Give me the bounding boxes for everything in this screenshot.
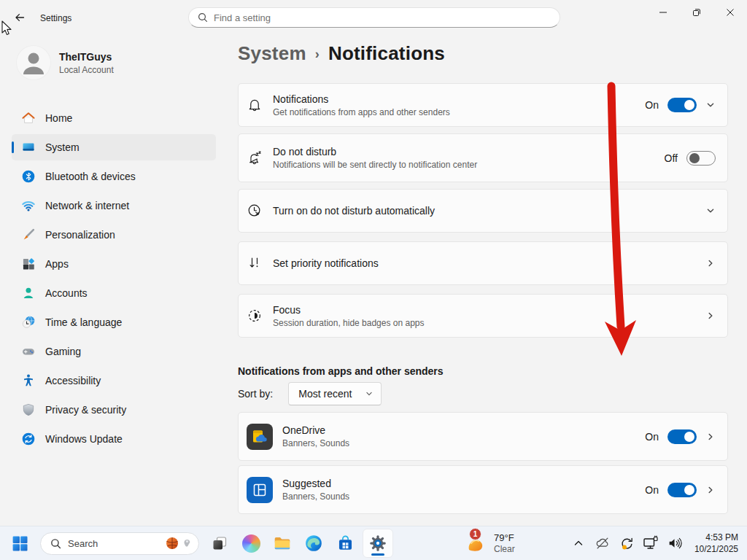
restore-button[interactable]: [680, 0, 713, 25]
task-view-button[interactable]: [206, 529, 233, 557]
file-explorer-icon: [273, 534, 292, 553]
network-tray-button[interactable]: [642, 534, 659, 552]
card-subtitle: Session duration, hide badges on apps: [273, 318, 425, 328]
breadcrumb-parent[interactable]: System: [238, 42, 306, 65]
sidebar-item-label: Windows Update: [45, 433, 123, 445]
accounts-icon: [20, 285, 36, 301]
sidebar-item-accounts[interactable]: Accounts: [12, 280, 216, 306]
app-subtitle: Banners, Sounds: [282, 491, 349, 502]
weather-temperature: 79°F: [494, 532, 515, 543]
toggle-state-label: On: [645, 431, 659, 443]
priority-icon: [246, 254, 263, 272]
settings-search-box[interactable]: [188, 7, 560, 28]
search-icon: [50, 538, 61, 549]
sidebar-item-time-language[interactable]: Time & language: [12, 309, 216, 335]
person-icon: [16, 45, 51, 80]
restore-icon: [692, 8, 701, 17]
sidebar-item-gaming[interactable]: Gaming: [12, 338, 216, 365]
app-row-suggested[interactable]: Suggested Banners, Sounds On: [238, 465, 728, 514]
card-subtitle: Notifications will be sent directly to n…: [273, 160, 477, 170]
card-focus[interactable]: Focus Session duration, hide badges on a…: [238, 294, 728, 338]
update-pending-tray-button[interactable]: [618, 534, 635, 552]
wifi-icon: [20, 198, 36, 214]
sidebar-item-label: Personalization: [45, 229, 115, 241]
sidebar-item-label: System: [45, 141, 80, 153]
card-title: Focus: [273, 304, 425, 316]
notification-count-badge: 1: [469, 528, 481, 540]
settings-app-button-active[interactable]: [363, 529, 393, 558]
weather-widget[interactable]: 1 79°F Clear: [459, 526, 521, 560]
taskbar-search-box[interactable]: Search: [40, 532, 199, 555]
suggested-toggle[interactable]: [667, 483, 697, 497]
card-notifications[interactable]: Notifications Get notifications from app…: [238, 83, 728, 127]
chevron-up-icon: [573, 537, 584, 549]
chevron-down-icon[interactable]: [705, 206, 716, 216]
shield-icon: [20, 402, 36, 418]
breadcrumb: System › Notifications: [238, 42, 728, 65]
sort-row: Sort by: Most recent: [238, 382, 728, 405]
sidebar-item-accessibility[interactable]: Accessibility: [12, 368, 216, 394]
gear-icon: [368, 534, 387, 553]
back-arrow-icon: [14, 12, 26, 23]
app-row-onedrive[interactable]: OneDrive Banners, Sounds On: [238, 412, 728, 461]
copilot-icon: [242, 534, 260, 553]
avatar: [16, 45, 51, 80]
chevron-right-icon[interactable]: [705, 432, 716, 442]
windows-logo-icon: [11, 534, 29, 553]
minimize-button[interactable]: [646, 0, 680, 25]
clock-date: 10/21/2025: [694, 543, 738, 555]
task-view-icon: [211, 534, 228, 552]
user-account: TheITGuys Local Account: [16, 45, 114, 80]
sidebar-item-label: Network & internet: [45, 200, 129, 211]
main-content: System › Notifications Notifications Get…: [238, 35, 728, 526]
chevron-right-icon[interactable]: [705, 258, 716, 268]
sidebar-item-windows-update[interactable]: Windows Update: [12, 426, 216, 452]
card-title: Turn on do not disturb automatically: [273, 205, 435, 217]
sync-icon: [619, 535, 635, 551]
show-hidden-icons-button[interactable]: [570, 534, 587, 552]
clock-auto-icon: [246, 202, 263, 219]
edge-button[interactable]: [300, 529, 328, 557]
app-name: Suggested: [282, 478, 349, 489]
onedrive-toggle[interactable]: [667, 429, 697, 444]
paintbrush-icon: [20, 227, 36, 243]
apps-icon: [20, 256, 36, 272]
gamepad-icon: [20, 343, 36, 359]
notifications-toggle[interactable]: [667, 98, 697, 112]
titlebar: Settings: [0, 0, 747, 35]
card-dnd-automatic[interactable]: Turn on do not disturb automatically: [238, 189, 728, 233]
chevron-right-icon[interactable]: [705, 311, 716, 321]
sidebar-item-network-internet[interactable]: Network & internet: [12, 192, 216, 219]
apps-section-header: Notifications from apps and other sender…: [238, 365, 728, 377]
speaker-icon: [667, 535, 683, 551]
close-button[interactable]: [713, 0, 747, 25]
taskbar-clock[interactable]: 4:53 PM 10/21/2025: [690, 532, 743, 555]
start-button[interactable]: [6, 529, 34, 557]
chevron-down-icon[interactable]: [705, 100, 716, 110]
onedrive-paused-tray-button[interactable]: [594, 534, 611, 552]
sidebar-item-personalization[interactable]: Personalization: [12, 222, 216, 248]
microsoft-store-button[interactable]: [331, 529, 359, 557]
taskbar-search-label: Search: [68, 538, 165, 549]
card-subtitle: Get notifications from apps and other se…: [273, 107, 450, 117]
sort-dropdown[interactable]: Most recent: [288, 382, 382, 405]
file-explorer-button[interactable]: [268, 529, 296, 557]
sidebar-item-home[interactable]: Home: [12, 105, 216, 131]
card-do-not-disturb[interactable]: Do not disturb Notifications will be sen…: [238, 133, 728, 182]
volume-tray-button[interactable]: [666, 534, 684, 552]
sidebar-item-label: Accessibility: [45, 375, 101, 386]
taskbar: Search: [0, 526, 747, 560]
sidebar-item-system[interactable]: System: [12, 134, 216, 160]
clock-time: 4:53 PM: [694, 532, 738, 543]
onedrive-icon: [247, 424, 273, 450]
do-not-disturb-toggle[interactable]: [686, 151, 716, 166]
sidebar-item-bluetooth-devices[interactable]: Bluetooth & devices: [12, 163, 216, 190]
card-priority-notifications[interactable]: Set priority notifications: [238, 241, 728, 285]
settings-search-input[interactable]: [208, 12, 560, 23]
sidebar-item-apps[interactable]: Apps: [12, 251, 216, 277]
chevron-right-icon[interactable]: [705, 485, 716, 495]
copilot-button[interactable]: [237, 529, 265, 557]
app-name: OneDrive: [282, 424, 349, 436]
sidebar-item-privacy-security[interactable]: Privacy & security: [12, 397, 216, 423]
back-button[interactable]: [7, 7, 32, 28]
